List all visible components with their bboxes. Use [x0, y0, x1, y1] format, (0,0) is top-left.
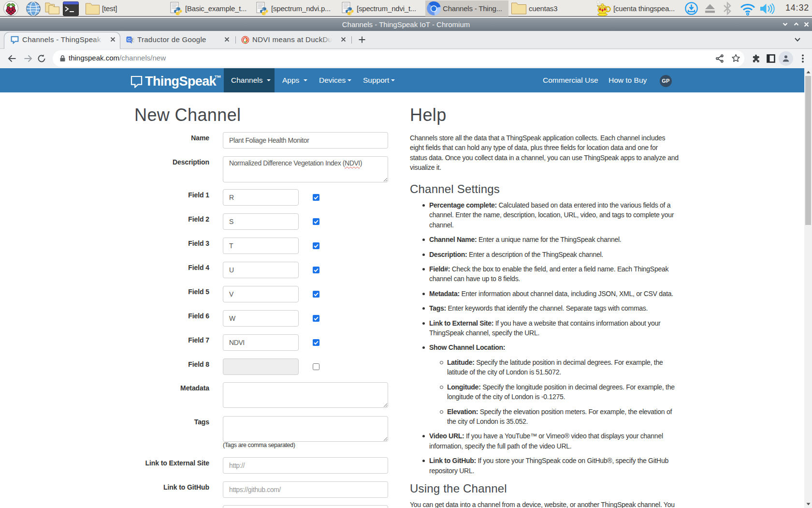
svg-text:G: G	[127, 37, 130, 42]
